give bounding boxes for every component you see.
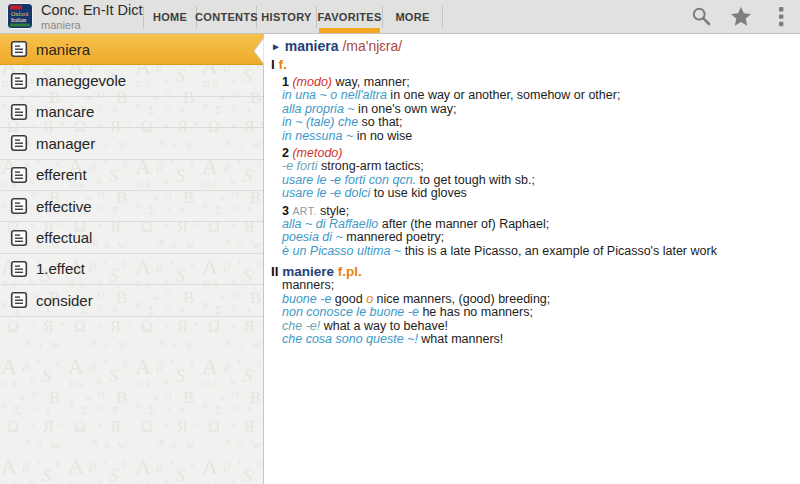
text-run-ex: alla ~ di Raffaello bbox=[282, 217, 378, 231]
word-list: manieramaneggevolemancaremanagerefferent… bbox=[0, 34, 263, 317]
text-run-hw2: maniere bbox=[282, 264, 334, 279]
sidebar-item-mancare[interactable]: mancare bbox=[0, 97, 263, 128]
entry-body: I f.1 (modo) way, manner;in una ~ o nell… bbox=[268, 57, 790, 346]
text-run-ex: che cosa sono queste ~! bbox=[282, 332, 418, 346]
entry-line: 3 ART. style; bbox=[268, 205, 790, 218]
list-item-label: manager bbox=[36, 135, 95, 152]
entry-arrow-icon: ► bbox=[271, 41, 281, 52]
entry-headword-line: ► maniera /ma'njɛra/ bbox=[268, 38, 790, 55]
app-screen: Oxford Italian Conc. En-It Dict maniera … bbox=[0, 0, 800, 484]
sidebar-item-maneggevole[interactable]: maneggevole bbox=[0, 65, 263, 96]
sidebar-item-consider[interactable]: consider bbox=[0, 285, 263, 316]
list-item-label: effective bbox=[36, 198, 92, 215]
text-run-tr: in no wise bbox=[353, 129, 412, 143]
text-run-tr: to get tough with sb.; bbox=[416, 173, 535, 187]
text-run-tr: after (the manner of) Raphael; bbox=[378, 217, 549, 231]
text-run-num: 1 bbox=[282, 75, 292, 89]
text-run-pos: f.pl. bbox=[334, 264, 362, 279]
list-item-label: consider bbox=[36, 292, 93, 309]
entry-line: usare le -e forti con qcn. to get tough … bbox=[268, 174, 790, 187]
overflow-menu-icon[interactable] bbox=[770, 6, 792, 28]
favorites-list-panel: Æ Д W A ∂ T ß S Ŋ ū b m O B K bbox=[0, 34, 263, 484]
document-icon bbox=[10, 134, 28, 152]
text-run-tr: in one's own way; bbox=[355, 102, 457, 116]
text-run-tr: good bbox=[331, 292, 366, 306]
tab-label: HOME bbox=[153, 11, 187, 23]
text-run-tr: in one way or another, somehow or other; bbox=[387, 88, 620, 102]
text-run-tr: strong-arm tactics; bbox=[317, 159, 423, 173]
action-bar: Oxford Italian Conc. En-It Dict maniera … bbox=[0, 0, 800, 34]
svg-text:Oxford: Oxford bbox=[11, 11, 28, 17]
entry-line: I f. bbox=[268, 57, 790, 72]
text-run-num: 3 bbox=[282, 204, 292, 218]
search-icon[interactable] bbox=[690, 6, 712, 28]
sidebar-item-1-effect[interactable]: 1.effect bbox=[0, 254, 263, 285]
text-run-lbl: (metodo) bbox=[292, 146, 342, 160]
list-item-label: maneggevole bbox=[36, 72, 126, 89]
text-run-ex: in nessuna ~ bbox=[282, 129, 353, 143]
text-run-ex: in ~ (tale) che bbox=[282, 115, 358, 129]
document-icon bbox=[10, 40, 28, 58]
entry-line: 1 (modo) way, manner; bbox=[268, 76, 790, 89]
document-icon bbox=[10, 166, 28, 184]
sidebar-item-effective[interactable]: effective bbox=[0, 191, 263, 222]
sidebar-item-maniera[interactable]: maniera bbox=[0, 34, 263, 65]
tab-bar: HOMECONTENTSHISTORYFAVORITESMORE bbox=[143, 0, 443, 33]
text-run-tr: way, manner; bbox=[332, 75, 410, 89]
tab-label: CONTENTS bbox=[195, 11, 258, 23]
text-run-tr: he has no manners; bbox=[419, 305, 533, 319]
entry-line: che cosa sono queste ~! what manners! bbox=[268, 333, 790, 346]
document-icon bbox=[10, 260, 28, 278]
document-icon bbox=[10, 291, 28, 309]
entry-line: che -e! what a way to behave! bbox=[268, 320, 790, 333]
app-logo-icon[interactable]: Oxford Italian bbox=[7, 3, 33, 29]
text-run-roman: II bbox=[271, 264, 282, 279]
entry-line: II maniere f.pl. bbox=[268, 264, 790, 279]
text-run-num: 2 bbox=[282, 146, 292, 160]
app-subtitle: maniera bbox=[41, 19, 143, 31]
text-run-ex: usare le -e forti con qcn. bbox=[282, 173, 416, 187]
tab-contents[interactable]: CONTENTS bbox=[197, 0, 256, 33]
text-run-tr: this is a late Picasso, an example of Pi… bbox=[401, 244, 717, 258]
text-run-tr: style; bbox=[317, 204, 350, 218]
tab-history[interactable]: HISTORY bbox=[257, 0, 316, 33]
sidebar-item-effectual[interactable]: effectual bbox=[0, 222, 263, 253]
text-run-tr: what manners! bbox=[418, 332, 503, 346]
action-buttons bbox=[690, 0, 792, 33]
entry-pronunciation: /ma'njɛra/ bbox=[339, 38, 403, 54]
list-item-label: maniera bbox=[36, 41, 90, 58]
tab-label: MORE bbox=[395, 11, 429, 23]
entry-line: manners; bbox=[268, 279, 790, 292]
text-run-roman: I bbox=[271, 57, 279, 72]
text-run-ex: usare le -e dolci bbox=[282, 186, 370, 200]
list-item-label: efferent bbox=[36, 166, 87, 183]
sidebar-item-efferent[interactable]: efferent bbox=[0, 160, 263, 191]
tab-divider bbox=[442, 6, 443, 28]
text-run-dom: ART. bbox=[292, 205, 316, 217]
text-run-tr: nice manners, (good) breeding; bbox=[373, 292, 550, 306]
entry-line: poesia di ~ mannered poetry; bbox=[268, 231, 790, 244]
entry-line: alla ~ di Raffaello after (the manner of… bbox=[268, 218, 790, 231]
text-run-ex: non conosce le buone -e bbox=[282, 305, 419, 319]
tab-label: HISTORY bbox=[261, 11, 311, 23]
list-item-label: 1.effect bbox=[36, 260, 85, 277]
entry-headword: maniera bbox=[285, 38, 339, 54]
favorite-star-icon[interactable] bbox=[730, 6, 752, 28]
text-run-tr: what a way to behave! bbox=[320, 319, 448, 333]
sidebar-item-manager[interactable]: manager bbox=[0, 128, 263, 159]
entry-line: usare le -e dolci to use kid gloves bbox=[268, 187, 790, 200]
svg-text:Italian: Italian bbox=[11, 17, 26, 23]
text-run-ex: è un Picasso ultima ~ bbox=[282, 244, 401, 258]
text-run-exm: che -e! bbox=[282, 319, 320, 333]
document-icon bbox=[10, 72, 28, 90]
tab-favorites[interactable]: FAVORITES bbox=[317, 0, 382, 33]
text-run-ex: buone -e bbox=[282, 292, 331, 306]
text-run-pos: f. bbox=[279, 57, 287, 72]
text-run-ex: poesia di ~ bbox=[282, 230, 343, 244]
entry-line: non conosce le buone -e he has no manner… bbox=[268, 306, 790, 319]
tab-more[interactable]: MORE bbox=[383, 0, 442, 33]
entry-line: buone -e good o nice manners, (good) bre… bbox=[268, 293, 790, 306]
entry-line: è un Picasso ultima ~ this is a late Pic… bbox=[268, 245, 790, 258]
selected-item-pointer bbox=[253, 37, 264, 65]
tab-home[interactable]: HOME bbox=[144, 0, 196, 33]
